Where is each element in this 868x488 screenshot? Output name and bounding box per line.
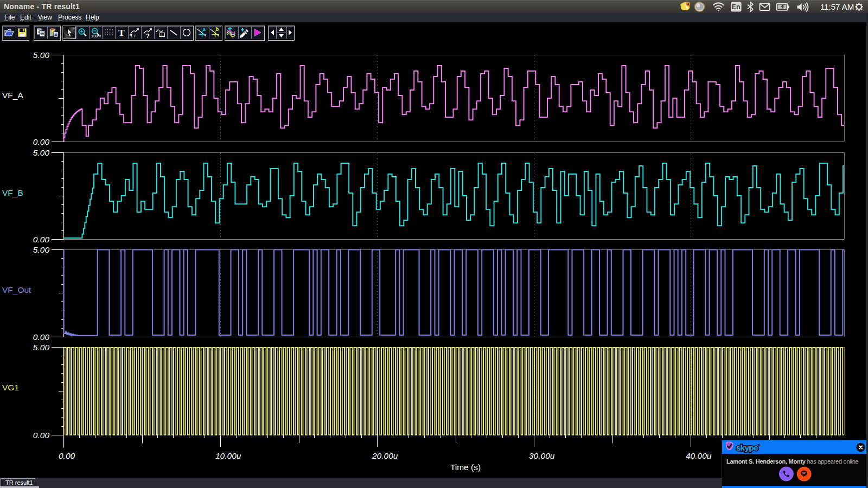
svg-text:20.00u: 20.00u [372,451,398,460]
svg-text:0.00: 0.00 [33,332,50,342]
svg-text:VF_B: VF_B [2,188,23,197]
svg-text:skype: skype [736,444,758,452]
svg-text:5.00: 5.00 [33,245,50,254]
svg-text:VG1: VG1 [2,383,19,392]
svg-text:30.00u: 30.00u [529,451,555,460]
svg-text:VF_A: VF_A [2,91,23,100]
svg-text:0.00: 0.00 [59,451,75,460]
svg-text:VF_Out: VF_Out [2,285,31,294]
svg-text:0.00: 0.00 [33,431,50,440]
svg-text:5.00: 5.00 [33,343,50,352]
svg-text:5.00: 5.00 [33,50,50,60]
svg-text:0.00: 0.00 [33,235,50,244]
svg-text:40.00u: 40.00u [686,451,712,460]
svg-text:5.00: 5.00 [33,148,50,157]
svg-text:10.00u: 10.00u [215,451,241,460]
svg-text:0.00: 0.00 [33,137,50,146]
svg-text:Time (s): Time (s) [450,463,481,472]
